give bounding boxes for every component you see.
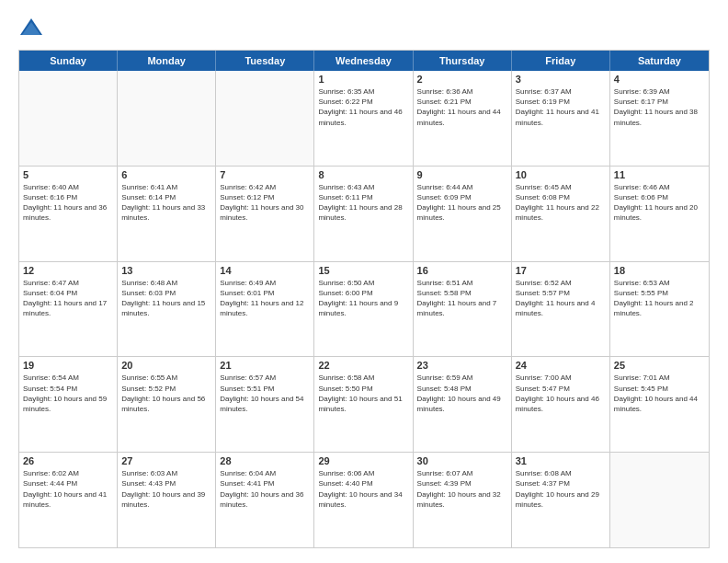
calendar-row: 26Sunrise: 6:02 AM Sunset: 4:44 PM Dayli… [19, 453, 709, 547]
cell-info: Sunrise: 7:01 AM Sunset: 5:45 PM Dayligh… [614, 373, 705, 414]
weekday-header: Friday [512, 51, 610, 71]
cell-info: Sunrise: 6:36 AM Sunset: 6:21 PM Dayligh… [417, 86, 507, 128]
calendar-cell: 16Sunrise: 6:51 AM Sunset: 5:58 PM Dayli… [414, 262, 512, 357]
weekday-header: Saturday [610, 51, 709, 71]
day-number: 18 [614, 265, 705, 276]
calendar-cell: 20Sunrise: 6:55 AM Sunset: 5:52 PM Dayli… [118, 357, 216, 452]
day-number: 8 [318, 169, 408, 180]
calendar-cell: 10Sunrise: 6:45 AM Sunset: 6:08 PM Dayli… [512, 167, 610, 261]
cell-info: Sunrise: 6:45 AM Sunset: 6:08 PM Dayligh… [516, 182, 606, 224]
weekday-header: Thursday [414, 51, 512, 71]
cell-info: Sunrise: 6:35 AM Sunset: 6:22 PM Dayligh… [318, 86, 408, 128]
calendar-cell: 1Sunrise: 6:35 AM Sunset: 6:22 PM Daylig… [314, 71, 413, 166]
cell-info: Sunrise: 6:48 AM Sunset: 6:03 PM Dayligh… [121, 278, 211, 319]
cell-info: Sunrise: 6:50 AM Sunset: 6:00 PM Dayligh… [318, 278, 408, 319]
day-number: 24 [516, 360, 606, 371]
calendar-cell: 29Sunrise: 6:06 AM Sunset: 4:40 PM Dayli… [314, 453, 413, 547]
cell-info: Sunrise: 6:07 AM Sunset: 4:39 PM Dayligh… [417, 468, 507, 510]
cell-info: Sunrise: 6:49 AM Sunset: 6:01 PM Dayligh… [220, 278, 310, 319]
weekday-header: Monday [118, 51, 216, 71]
day-number: 31 [516, 455, 606, 466]
day-number: 7 [220, 169, 310, 180]
day-number: 15 [318, 265, 408, 276]
calendar-cell: 31Sunrise: 6:08 AM Sunset: 4:37 PM Dayli… [512, 453, 610, 547]
calendar-body: 1Sunrise: 6:35 AM Sunset: 6:22 PM Daylig… [19, 71, 709, 547]
cell-info: Sunrise: 6:44 AM Sunset: 6:09 PM Dayligh… [417, 182, 507, 224]
day-number: 9 [417, 169, 507, 180]
day-number: 13 [121, 265, 211, 276]
weekday-header: Tuesday [216, 51, 314, 71]
logo [18, 15, 48, 40]
calendar-cell [216, 71, 314, 166]
calendar-cell: 5Sunrise: 6:40 AM Sunset: 6:16 PM Daylig… [19, 167, 118, 261]
cell-info: Sunrise: 6:47 AM Sunset: 6:04 PM Dayligh… [23, 278, 113, 319]
day-number: 25 [614, 360, 705, 371]
cell-info: Sunrise: 6:37 AM Sunset: 6:19 PM Dayligh… [516, 86, 606, 128]
day-number: 21 [220, 360, 310, 371]
calendar-cell: 3Sunrise: 6:37 AM Sunset: 6:19 PM Daylig… [512, 71, 610, 166]
calendar-cell: 4Sunrise: 6:39 AM Sunset: 6:17 PM Daylig… [610, 71, 709, 166]
cell-info: Sunrise: 6:02 AM Sunset: 4:44 PM Dayligh… [23, 468, 113, 510]
day-number: 5 [23, 169, 113, 180]
calendar-cell: 7Sunrise: 6:42 AM Sunset: 6:12 PM Daylig… [216, 167, 314, 261]
day-number: 16 [417, 265, 507, 276]
cell-info: Sunrise: 6:46 AM Sunset: 6:06 PM Dayligh… [614, 182, 705, 224]
day-number: 11 [614, 169, 705, 180]
calendar: SundayMondayTuesdayWednesdayThursdayFrid… [18, 50, 710, 548]
day-number: 22 [318, 360, 408, 371]
day-number: 1 [318, 74, 408, 85]
cell-info: Sunrise: 6:08 AM Sunset: 4:37 PM Dayligh… [516, 468, 606, 510]
day-number: 27 [121, 455, 211, 466]
logo-icon [18, 15, 44, 40]
cell-info: Sunrise: 6:06 AM Sunset: 4:40 PM Dayligh… [318, 468, 408, 510]
calendar-cell: 6Sunrise: 6:41 AM Sunset: 6:14 PM Daylig… [118, 167, 216, 261]
day-number: 26 [23, 455, 113, 466]
calendar-row: 12Sunrise: 6:47 AM Sunset: 6:04 PM Dayli… [19, 262, 709, 358]
calendar-cell [610, 453, 709, 547]
calendar-cell: 23Sunrise: 6:59 AM Sunset: 5:48 PM Dayli… [414, 357, 512, 452]
cell-info: Sunrise: 6:51 AM Sunset: 5:58 PM Dayligh… [417, 278, 507, 319]
cell-info: Sunrise: 6:54 AM Sunset: 5:54 PM Dayligh… [23, 373, 113, 414]
cell-info: Sunrise: 6:55 AM Sunset: 5:52 PM Dayligh… [121, 373, 211, 414]
calendar-row: 1Sunrise: 6:35 AM Sunset: 6:22 PM Daylig… [19, 71, 709, 167]
day-number: 29 [318, 455, 408, 466]
cell-info: Sunrise: 6:04 AM Sunset: 4:41 PM Dayligh… [220, 468, 310, 510]
day-number: 3 [516, 74, 606, 85]
day-number: 20 [121, 360, 211, 371]
calendar-cell: 28Sunrise: 6:04 AM Sunset: 4:41 PM Dayli… [216, 453, 314, 547]
cell-info: Sunrise: 6:59 AM Sunset: 5:48 PM Dayligh… [417, 373, 507, 414]
calendar-cell: 11Sunrise: 6:46 AM Sunset: 6:06 PM Dayli… [610, 167, 709, 261]
day-number: 6 [121, 169, 211, 180]
cell-info: Sunrise: 7:00 AM Sunset: 5:47 PM Dayligh… [516, 373, 606, 414]
cell-info: Sunrise: 6:53 AM Sunset: 5:55 PM Dayligh… [614, 278, 705, 319]
calendar-cell: 30Sunrise: 6:07 AM Sunset: 4:39 PM Dayli… [414, 453, 512, 547]
cell-info: Sunrise: 6:42 AM Sunset: 6:12 PM Dayligh… [220, 182, 310, 224]
calendar-cell: 17Sunrise: 6:52 AM Sunset: 5:57 PM Dayli… [512, 262, 610, 357]
day-number: 12 [23, 265, 113, 276]
header [18, 15, 710, 40]
day-number: 4 [614, 74, 705, 85]
calendar-cell: 24Sunrise: 7:00 AM Sunset: 5:47 PM Dayli… [512, 357, 610, 452]
cell-info: Sunrise: 6:40 AM Sunset: 6:16 PM Dayligh… [23, 182, 113, 224]
day-number: 2 [417, 74, 507, 85]
day-number: 30 [417, 455, 507, 466]
calendar-header: SundayMondayTuesdayWednesdayThursdayFrid… [19, 51, 709, 71]
cell-info: Sunrise: 6:58 AM Sunset: 5:50 PM Dayligh… [318, 373, 408, 414]
calendar-cell: 25Sunrise: 7:01 AM Sunset: 5:45 PM Dayli… [610, 357, 709, 452]
calendar-cell: 26Sunrise: 6:02 AM Sunset: 4:44 PM Dayli… [19, 453, 118, 547]
calendar-cell: 2Sunrise: 6:36 AM Sunset: 6:21 PM Daylig… [414, 71, 512, 166]
cell-info: Sunrise: 6:03 AM Sunset: 4:43 PM Dayligh… [121, 468, 211, 510]
calendar-cell: 15Sunrise: 6:50 AM Sunset: 6:00 PM Dayli… [314, 262, 413, 357]
cell-info: Sunrise: 6:57 AM Sunset: 5:51 PM Dayligh… [220, 373, 310, 414]
cell-info: Sunrise: 6:39 AM Sunset: 6:17 PM Dayligh… [614, 86, 705, 128]
calendar-cell: 21Sunrise: 6:57 AM Sunset: 5:51 PM Dayli… [216, 357, 314, 452]
day-number: 28 [220, 455, 310, 466]
calendar-row: 19Sunrise: 6:54 AM Sunset: 5:54 PM Dayli… [19, 357, 709, 453]
day-number: 23 [417, 360, 507, 371]
calendar-cell: 19Sunrise: 6:54 AM Sunset: 5:54 PM Dayli… [19, 357, 118, 452]
calendar-cell [19, 71, 118, 166]
day-number: 14 [220, 265, 310, 276]
calendar-cell: 22Sunrise: 6:58 AM Sunset: 5:50 PM Dayli… [314, 357, 413, 452]
cell-info: Sunrise: 6:41 AM Sunset: 6:14 PM Dayligh… [121, 182, 211, 224]
day-number: 17 [516, 265, 606, 276]
